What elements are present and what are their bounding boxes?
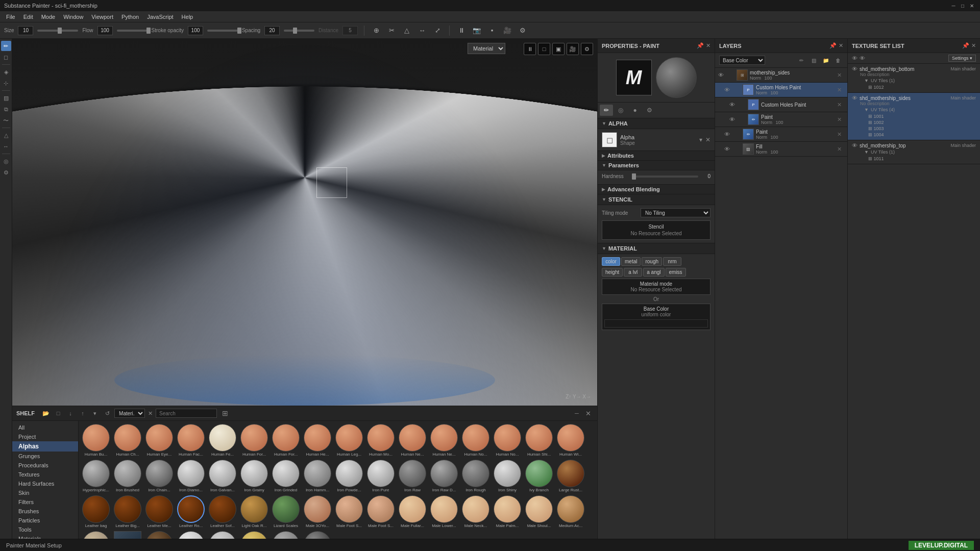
- shelf-cat-textures[interactable]: Textures: [12, 470, 78, 479]
- viewport-ctrl-4[interactable]: 🎥: [567, 43, 579, 55]
- ts-eye-left[interactable]: 👁: [852, 55, 857, 61]
- smudge-tool[interactable]: 〜: [1, 115, 11, 126]
- shelf-cat-procedurals[interactable]: Procedurals: [12, 461, 78, 470]
- shelf-material-item[interactable]: Medium Ac...: [555, 494, 586, 529]
- ts-uv-item[interactable]: ⊞ 1012: [852, 84, 976, 90]
- material-mode-select[interactable]: Material: [468, 43, 505, 54]
- stencil-section-header[interactable]: ▼ STENCIL: [598, 194, 715, 205]
- shelf-material-item[interactable]: Male Fullar...: [397, 494, 428, 529]
- layer-close-btn[interactable]: ✕: [837, 146, 844, 153]
- shelf-material-item[interactable]: Human Fac...: [176, 423, 206, 458]
- layer-item[interactable]: 👁 ✏ Paint Norm 100 ✕: [715, 112, 847, 127]
- parameters-header[interactable]: ▼ Parameters: [598, 161, 715, 170]
- shelf-material-item[interactable]: Human Leg...: [334, 423, 364, 458]
- mat-btn-aangl[interactable]: a angl: [643, 268, 664, 277]
- grid-toggle[interactable]: ⊞: [221, 408, 229, 418]
- viewport-ctrl-1[interactable]: ⏸: [524, 43, 536, 55]
- layer-item[interactable]: 👁 ▨ Fill Norm 100 ✕: [715, 142, 847, 157]
- paint-tab-settings[interactable]: ⚙: [643, 105, 656, 116]
- spacing-input[interactable]: [264, 26, 280, 35]
- ts-item-vis[interactable]: 👁: [852, 95, 857, 101]
- shelf-export-btn[interactable]: ↑: [78, 408, 88, 418]
- paint-tab-material[interactable]: ◎: [614, 105, 627, 116]
- shelf-new-btn[interactable]: □: [53, 408, 63, 418]
- layer-close-btn[interactable]: ✕: [837, 87, 844, 93]
- hardness-slider[interactable]: [632, 176, 698, 178]
- ts-item-vis[interactable]: 👁: [852, 142, 857, 148]
- shelf-material-item[interactable]: Human Mo...: [365, 423, 396, 458]
- tool-icon-2[interactable]: △: [401, 25, 412, 36]
- ts-pin[interactable]: 📌: [962, 42, 969, 49]
- layer-close-btn[interactable]: ✕: [837, 116, 844, 123]
- ts-uv-header[interactable]: ▼ UV Tiles (4): [852, 106, 976, 113]
- selection-tool[interactable]: ◈: [1, 67, 11, 77]
- fill-tool[interactable]: ▨: [1, 93, 11, 103]
- shelf-material-item[interactable]: Large Rust...: [555, 459, 586, 493]
- shelf-material-item[interactable]: Iron Raw: [397, 459, 428, 493]
- color-swatch[interactable]: [604, 319, 708, 328]
- shelf-filter-icon[interactable]: ▾: [90, 408, 100, 418]
- export-icon[interactable]: ⚙: [517, 25, 528, 36]
- shelf-material-item[interactable]: Male Palm...: [492, 494, 523, 529]
- close-button[interactable]: ✕: [968, 2, 976, 10]
- shelf-material-item[interactable]: Ivy Branch: [524, 459, 554, 493]
- shelf-material-item[interactable]: Iron Powde...: [334, 459, 364, 493]
- shelf-filter-select[interactable]: Materi...: [114, 409, 145, 418]
- ts-item[interactable]: 👁 shd_mothership_bottom Main shader No d…: [848, 64, 980, 93]
- ts-uv-header[interactable]: ▼ UV Tiles (1): [852, 77, 976, 84]
- shelf-close-btn[interactable]: ✕: [583, 408, 593, 418]
- layer-item[interactable]: 👁 P Custom Holes Paint Norm 100 ✕: [715, 83, 847, 97]
- shelf-material-item[interactable]: Hypertrophic...: [81, 459, 111, 493]
- mat-btn-emiss[interactable]: emiss: [666, 268, 686, 277]
- layer-close-btn[interactable]: ✕: [837, 131, 844, 138]
- layer-item[interactable]: 👁 ⊞ mothership_sides Norm 100 ✕: [715, 68, 847, 83]
- ts-eye-right[interactable]: 👁: [860, 55, 865, 61]
- shelf-material-item[interactable]: Leather Ro...: [176, 494, 206, 529]
- material-section-header[interactable]: ▼ MATERIAL: [598, 243, 715, 254]
- shelf-cat-alphas[interactable]: Alphas: [12, 441, 78, 452]
- menu-edit[interactable]: Edit: [19, 13, 37, 21]
- shelf-material-item[interactable]: Human Ch...: [112, 423, 143, 458]
- layer-vis-icon[interactable]: 👁: [718, 72, 725, 78]
- shelf-material-item[interactable]: Light Oak R...: [239, 494, 270, 529]
- menu-python[interactable]: Python: [117, 13, 143, 21]
- shelf-material-item[interactable]: Male Shoul...: [524, 494, 554, 529]
- shelf-material-item[interactable]: Iron Galvan...: [207, 459, 238, 493]
- shelf-material-item[interactable]: Iron Pure: [365, 459, 396, 493]
- shelf-import-btn[interactable]: ↓: [65, 408, 76, 418]
- shelf-open-btn[interactable]: 📂: [41, 408, 51, 418]
- maximize-button[interactable]: □: [959, 2, 967, 10]
- shelf-material-item[interactable]: Human Fe...: [207, 423, 238, 458]
- stroke-input[interactable]: [188, 26, 203, 35]
- layer-vis-icon[interactable]: 👁: [729, 116, 737, 122]
- shelf-material-item[interactable]: Human For...: [271, 423, 301, 458]
- ts-item[interactable]: 👁 shd_mothership_sides Main shader No de…: [848, 93, 980, 140]
- shelf-material-item[interactable]: Human Shi...: [524, 423, 554, 458]
- layer-vis-icon[interactable]: 👁: [729, 102, 737, 108]
- tool-icon-1[interactable]: ✂: [386, 25, 397, 36]
- pause-icon[interactable]: ⏸: [456, 25, 467, 36]
- shelf-material-item[interactable]: Iron Shiny: [492, 459, 523, 493]
- layer-mode-select[interactable]: Base Color: [719, 56, 765, 65]
- eraser-tool[interactable]: ◻: [1, 52, 11, 62]
- shelf-minimize-btn[interactable]: ─: [572, 408, 582, 418]
- ts-uv-header[interactable]: ▼ UV Tiles (1): [852, 148, 976, 156]
- alpha-section-header[interactable]: ▼ ALPHA: [598, 118, 715, 129]
- distance-input[interactable]: [342, 26, 358, 35]
- tool-icon-4[interactable]: ⤢: [432, 25, 443, 36]
- spacing-slider[interactable]: [284, 30, 314, 32]
- paint-tool[interactable]: ✏: [1, 41, 11, 51]
- ts-settings-btn[interactable]: Settings ▾: [948, 55, 976, 62]
- shelf-material-item[interactable]: Human No...: [492, 423, 523, 458]
- stroke-slider[interactable]: [207, 30, 238, 32]
- menu-viewport[interactable]: Viewport: [87, 13, 117, 21]
- transform-tool[interactable]: ⊹: [1, 78, 11, 88]
- shelf-material-item[interactable]: Iron Grinded: [271, 459, 301, 493]
- mat-btn-alvl[interactable]: a lvl: [624, 268, 642, 277]
- shelf-material-item[interactable]: Male Foot S...: [365, 494, 396, 529]
- mat-btn-nrm[interactable]: nrm: [663, 257, 681, 266]
- shelf-material-item[interactable]: Iron Brushed: [112, 459, 143, 493]
- tool-icon-3[interactable]: ↔: [416, 25, 428, 36]
- shelf-material-item[interactable]: Human Wi...: [555, 423, 586, 458]
- shelf-search-input[interactable]: [156, 409, 217, 418]
